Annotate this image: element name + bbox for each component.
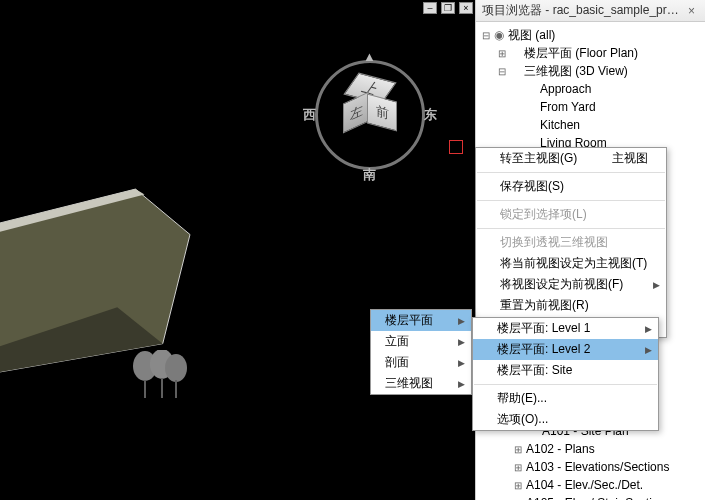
chevron-right-icon: ▶ [458, 358, 465, 368]
menu-suffix: 主视图 [612, 150, 648, 167]
browser-title: 项目浏览器 - rac_basic_sample_project.... [482, 2, 684, 19]
viewcube[interactable]: ▲ 南 东 西 上 左 前 [305, 50, 435, 180]
tree-row[interactable]: Approach [476, 80, 705, 98]
chevron-right-icon: ▶ [458, 316, 465, 326]
menu-label: 将当前视图设定为主视图(T) [500, 255, 647, 272]
tree-label: A105 - Elev./ Stair Sections [526, 496, 671, 500]
menu-set-front[interactable]: 将视图设定为前视图(F)▶ [476, 274, 666, 295]
chevron-right-icon: ▶ [645, 324, 652, 334]
tree-twisty[interactable]: ⊟ [480, 30, 492, 41]
menu-sep [477, 228, 665, 229]
menu-goto-main[interactable]: 转至主视图(G) 主视图 [476, 148, 666, 169]
menu-label: 楼层平面: Site [497, 362, 572, 379]
menu-save-view[interactable]: 保存视图(S) [476, 176, 666, 197]
tree-label: A102 - Plans [526, 442, 595, 456]
tree-twisty[interactable]: ⊞ [512, 462, 524, 473]
menu-label: 立面 [385, 333, 409, 350]
menu-label: 锁定到选择项(L) [500, 206, 587, 223]
menu-label: 帮助(E)... [497, 390, 547, 407]
set-front-submenu: 楼层平面▶ 立面▶ 剖面▶ 三维视图▶ [370, 309, 472, 395]
compass-s[interactable]: 南 [363, 166, 376, 184]
tree-label: Approach [540, 82, 591, 96]
tree-twisty[interactable]: ⊞ [496, 48, 508, 59]
chevron-right-icon: ▶ [458, 337, 465, 347]
menu-sep [477, 172, 665, 173]
tree-row[interactable]: ⊟三维视图 (3D View) [476, 62, 705, 80]
terrain-model [0, 180, 240, 380]
tree-label: 楼层平面 (Floor Plan) [524, 45, 638, 62]
tree-model [130, 350, 190, 400]
svg-point-5 [165, 354, 187, 382]
submenu-3d[interactable]: 三维视图▶ [371, 373, 471, 394]
cube-front-face[interactable]: 前 [367, 93, 397, 131]
chevron-right-icon: ▶ [645, 345, 652, 355]
submenu-section[interactable]: 剖面▶ [371, 352, 471, 373]
menu-label: 楼层平面: Level 2 [497, 341, 590, 358]
tree-twisty[interactable]: ⊟ [496, 66, 508, 77]
submenu-elev[interactable]: 立面▶ [371, 331, 471, 352]
submenu-site[interactable]: 楼层平面: Site [473, 360, 658, 381]
chevron-right-icon: ▶ [653, 280, 660, 290]
menu-label: 切换到透视三维视图 [500, 234, 608, 251]
menu-label: 三维视图 [385, 375, 433, 392]
tree-label: 视图 (all) [508, 27, 555, 44]
menu-label: 将视图设定为前视图(F) [500, 276, 623, 293]
tree-row[interactable]: ⊞A103 - Elevations/Sections [476, 458, 705, 476]
menu-label: 楼层平面 [385, 312, 433, 329]
menu-sep [477, 200, 665, 201]
tree-label: A103 - Elevations/Sections [526, 460, 669, 474]
viewcube-context-menu: 转至主视图(G) 主视图 保存视图(S) 锁定到选择项(L) 切换到透视三维视图… [475, 147, 667, 338]
chevron-right-icon: ▶ [458, 379, 465, 389]
tree-label: 三维视图 (3D View) [524, 63, 628, 80]
menu-set-main[interactable]: 将当前视图设定为主视图(T) [476, 253, 666, 274]
menu-label: 转至主视图(G) [500, 150, 577, 167]
viewport-3d[interactable]: – ❐ × ▲ 南 东 西 上 左 前 [0, 0, 475, 500]
tree-row[interactable]: Kitchen [476, 116, 705, 134]
menu-label: 剖面 [385, 354, 409, 371]
close-icon[interactable]: × [684, 4, 699, 18]
submenu-level2[interactable]: 楼层平面: Level 2▶ [473, 339, 658, 360]
submenu-floor[interactable]: 楼层平面▶ [371, 310, 471, 331]
tree-label: A104 - Elev./Sec./Det. [526, 478, 643, 492]
tree-row[interactable]: ⊞A105 - Elev./ Stair Sections [476, 494, 705, 500]
menu-label: 选项(O)... [497, 411, 548, 428]
floor-plan-submenu: 楼层平面: Level 1▶ 楼层平面: Level 2▶ 楼层平面: Site… [472, 317, 659, 431]
minimize-button[interactable]: – [423, 2, 437, 14]
menu-help[interactable]: 帮助(E)... [473, 388, 658, 409]
tree-row[interactable]: ⊞楼层平面 (Floor Plan) [476, 44, 705, 62]
submenu-level1[interactable]: 楼层平面: Level 1▶ [473, 318, 658, 339]
tree-icon: ◉ [492, 28, 506, 42]
browser-header[interactable]: 项目浏览器 - rac_basic_sample_project.... × [476, 0, 705, 22]
tree-row[interactable]: From Yard [476, 98, 705, 116]
menu-label: 保存视图(S) [500, 178, 564, 195]
tree-row[interactable]: ⊟◉视图 (all) [476, 26, 705, 44]
menu-switch-persp: 切换到透视三维视图 [476, 232, 666, 253]
tree-row[interactable]: ⊞A102 - Plans [476, 440, 705, 458]
cube[interactable]: 上 左 前 [345, 88, 395, 138]
menu-options[interactable]: 选项(O)... [473, 409, 658, 430]
cube-left-face[interactable]: 左 [343, 91, 369, 133]
compass-e[interactable]: 东 [424, 106, 437, 124]
close-button[interactable]: × [459, 2, 473, 14]
tree-label: Kitchen [540, 118, 580, 132]
menu-label: 楼层平面: Level 1 [497, 320, 590, 337]
menu-lock-sel: 锁定到选择项(L) [476, 204, 666, 225]
menu-sep [474, 384, 657, 385]
menu-label: 重置为前视图(R) [500, 297, 589, 314]
tree-twisty[interactable]: ⊞ [512, 444, 524, 455]
tree-row[interactable]: ⊞A104 - Elev./Sec./Det. [476, 476, 705, 494]
selection-marker [449, 140, 463, 154]
window-controls: – ❐ × [423, 2, 473, 14]
restore-button[interactable]: ❐ [441, 2, 455, 14]
tree-label: From Yard [540, 100, 596, 114]
menu-reset-front[interactable]: 重置为前视图(R) [476, 295, 666, 316]
tree-twisty[interactable]: ⊞ [512, 480, 524, 491]
compass-w[interactable]: 西 [303, 106, 316, 124]
compass-n[interactable]: ▲ [363, 49, 376, 64]
